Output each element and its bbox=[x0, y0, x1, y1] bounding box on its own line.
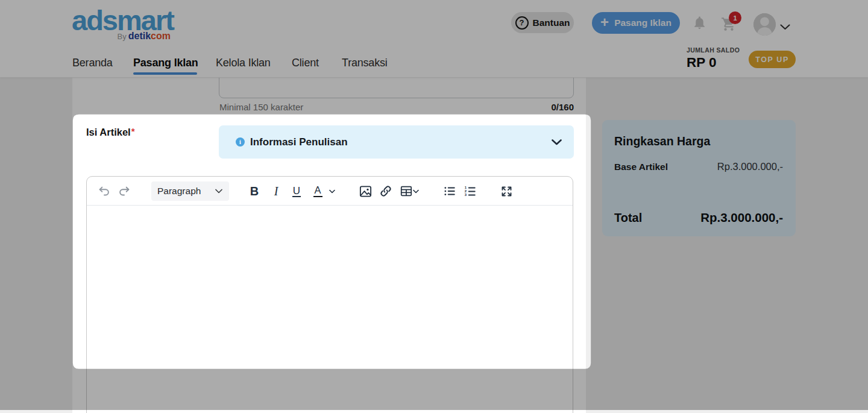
top-navigation-header: adsmart Bydetikcom Beranda Pasang Iklan … bbox=[0, 0, 868, 78]
color-swatch-bar bbox=[313, 196, 322, 198]
informasi-penulisan-accordion[interactable]: i Informasi Penulisan bbox=[219, 125, 574, 159]
help-button[interactable]: ? Bantuan bbox=[511, 12, 574, 33]
nav-item-transaksi[interactable]: Transaksi bbox=[342, 57, 388, 69]
fullscreen-button[interactable] bbox=[498, 177, 515, 206]
chevron-down-icon[interactable] bbox=[780, 22, 790, 33]
redo-button[interactable] bbox=[116, 177, 133, 206]
chevron-down-icon bbox=[215, 189, 222, 194]
price-row-value: Rp.3.000.000,- bbox=[717, 161, 783, 172]
active-tab-underline bbox=[133, 72, 197, 75]
nav-item-pasang-iklan[interactable]: Pasang Iklan bbox=[133, 57, 198, 69]
notification-bell-icon[interactable] bbox=[692, 15, 707, 33]
chevron-down-icon bbox=[413, 189, 419, 194]
bullet-list-button[interactable] bbox=[441, 177, 458, 206]
topup-button[interactable]: TOP UP bbox=[749, 51, 796, 68]
article-form-card: Minimal 150 karakter 0/160 Isi Artikel* … bbox=[72, 35, 586, 413]
chevron-down-icon bbox=[552, 139, 562, 145]
pasang-iklan-button[interactable]: + Pasang Iklan bbox=[592, 12, 680, 34]
paragraph-format-select[interactable]: Paragraph bbox=[151, 181, 229, 201]
insert-link-button[interactable] bbox=[377, 177, 394, 206]
editor-toolbar: Paragraph B I U A bbox=[87, 177, 573, 206]
nav-item-client[interactable]: Client bbox=[292, 57, 319, 69]
price-summary-title: Ringkasan Harga bbox=[614, 134, 710, 148]
question-mark-icon: ? bbox=[515, 16, 529, 30]
paragraph-format-label: Paragraph bbox=[157, 186, 215, 197]
svg-text:3: 3 bbox=[465, 193, 467, 197]
text-color-button[interactable]: A bbox=[309, 177, 326, 206]
insert-image-button[interactable] bbox=[357, 177, 374, 206]
nav-item-beranda[interactable]: Beranda bbox=[72, 57, 113, 69]
price-total-label: Total bbox=[614, 211, 642, 225]
price-row-label: Base Artikel bbox=[614, 162, 668, 172]
undo-button[interactable] bbox=[96, 177, 113, 206]
rich-text-editor: Paragraph B I U A bbox=[86, 176, 573, 413]
char-min-hint: Minimal 150 karakter bbox=[219, 102, 303, 112]
numbered-list-button[interactable]: 1 2 3 bbox=[462, 177, 479, 206]
chevron-down-icon bbox=[329, 189, 335, 194]
plus-icon: + bbox=[600, 17, 609, 27]
bold-button[interactable]: B bbox=[246, 177, 263, 206]
accordion-label: Informasi Penulisan bbox=[250, 136, 348, 148]
nav-item-kelola-iklan[interactable]: Kelola Iklan bbox=[216, 57, 271, 69]
saldo-value: RP 0 bbox=[687, 55, 717, 71]
required-asterisk: * bbox=[131, 126, 135, 136]
editor-content-area[interactable] bbox=[87, 206, 573, 413]
saldo-label: JUMLAH SALDO bbox=[687, 46, 740, 54]
avatar[interactable] bbox=[753, 13, 776, 36]
cart-badge: 1 bbox=[729, 11, 741, 24]
isi-artikel-label: Isi Artikel* bbox=[86, 127, 134, 138]
italic-button[interactable]: I bbox=[268, 177, 285, 206]
price-total-value: Rp.3.000.000,- bbox=[700, 210, 783, 225]
char-counter: 0/160 bbox=[453, 102, 574, 112]
adsmart-logo-byline: Bydetikcom bbox=[68, 31, 171, 42]
table-chevron[interactable] bbox=[411, 177, 421, 206]
text-color-chevron[interactable] bbox=[327, 177, 338, 206]
price-summary-card: Ringkasan Harga Base Artikel Rp.3.000.00… bbox=[602, 120, 796, 236]
underline-button[interactable]: U bbox=[288, 177, 305, 206]
info-circle-icon: i bbox=[236, 137, 245, 147]
